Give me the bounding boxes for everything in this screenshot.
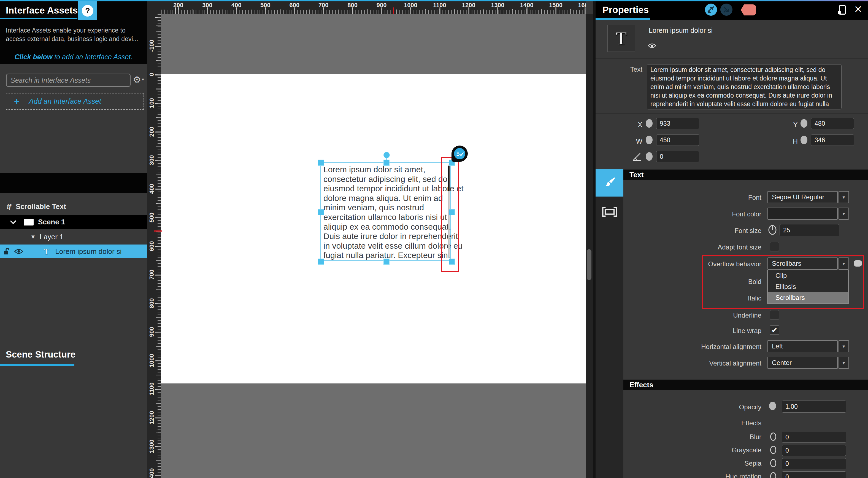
help-button[interactable]: ? (78, 1, 97, 20)
top-accent-line (0, 0, 868, 1)
opacity-input[interactable] (782, 400, 846, 413)
selected-text-element[interactable]: Lorem ipsum dolor sit amet,consectetur a… (320, 162, 451, 261)
ruler-label: 700 (318, 2, 329, 9)
h-binding-dot[interactable] (801, 136, 807, 144)
angle-input[interactable] (656, 151, 699, 162)
add-interface-asset-button[interactable]: + Add an Interface Asset (6, 93, 144, 110)
effect-binding-ring[interactable] (770, 459, 776, 467)
angle-binding-dot[interactable] (646, 152, 653, 161)
x-input[interactable] (656, 118, 699, 129)
ruler-label: 500 (260, 2, 271, 9)
triggers-disabled-icon[interactable] (720, 3, 733, 16)
tag-icon[interactable] (740, 4, 757, 16)
effect-value-input[interactable] (782, 432, 846, 443)
resize-handle-bottom-left[interactable] (318, 259, 324, 265)
effect-value-input[interactable] (782, 458, 846, 469)
font-dropdown-arrow[interactable]: ▼ (839, 191, 849, 203)
content-edit-badge[interactable] (452, 146, 468, 162)
tab-appearance-active[interactable] (595, 169, 623, 197)
horizontal-alignment-dropdown[interactable]: Left (768, 340, 838, 352)
effect-row: Hue rotation (595, 471, 868, 478)
gear-icon[interactable]: ⚙▼ (133, 75, 145, 84)
effect-label: Hue rotation (595, 473, 762, 478)
vertical-alignment-dropdown[interactable]: Center (768, 357, 838, 369)
ruler-label: 200 (173, 2, 183, 9)
text-field-input[interactable]: Lorem ipsum dolor sit amet, consectetur … (647, 64, 842, 110)
effect-binding-ring[interactable] (770, 446, 776, 454)
text-line: eiusmod tempor incididunt ut labore et (323, 184, 450, 193)
line-wrap-label: Line wrap (595, 327, 762, 335)
ruler-label: 600 (148, 241, 155, 251)
search-input[interactable] (6, 73, 131, 87)
effect-binding-ring[interactable] (770, 472, 776, 478)
chevron-down-icon[interactable] (10, 218, 17, 224)
layer-label: Layer 1 (40, 233, 64, 241)
resize-handle-bottom-center[interactable] (383, 259, 390, 265)
ruler-label: 1100 (148, 382, 155, 395)
ruler-label: 1300 (491, 2, 504, 9)
visibility-eye-icon[interactable] (648, 43, 656, 49)
adapt-font-size-label: Adapt font size (595, 243, 762, 251)
ruler-label: 1100 (433, 2, 446, 9)
effect-value-input[interactable] (782, 471, 846, 478)
ruler-label: 400 (148, 184, 155, 194)
resize-handle-top-left[interactable] (318, 159, 324, 166)
opacity-label: Opacity (595, 403, 762, 411)
ruler-label: 900 (377, 2, 387, 9)
ruler-cursor-marker-v (154, 231, 162, 232)
x-binding-dot[interactable] (646, 119, 653, 128)
text-line: aliquip ex ea commodo consequat. (323, 222, 450, 232)
ruler-label: 300 (148, 155, 155, 166)
h-input[interactable] (811, 134, 854, 146)
opacity-binding-dot[interactable] (769, 401, 776, 410)
scene-icon (24, 219, 34, 226)
triangle-down-icon[interactable]: ▼ (30, 234, 36, 240)
tree-item-scene[interactable]: Scene 1 (0, 215, 147, 229)
triggers-icon[interactable] (705, 3, 717, 16)
tree-item-experience[interactable]: if Scrollable Text (0, 200, 147, 213)
font-color-dropdown-arrow[interactable]: ▼ (839, 208, 849, 220)
ruler-label: 100 (148, 98, 155, 108)
panel-divider (593, 0, 595, 478)
eye-icon[interactable] (14, 249, 23, 254)
list-check-icon (454, 148, 465, 159)
effect-value-input[interactable] (782, 445, 846, 456)
font-dropdown[interactable]: Segoe UI Regular (768, 191, 838, 203)
vertical-alignment-arrow[interactable]: ▼ (839, 357, 849, 369)
ruler-label: 900 (148, 327, 155, 337)
y-binding-dot[interactable] (801, 119, 807, 128)
rotation-handle[interactable] (383, 152, 390, 158)
canvas-scrollbar-thumb[interactable] (587, 249, 591, 280)
font-color-label: Font color (595, 210, 762, 218)
interface-assets-title: Interface Assets (6, 5, 78, 16)
font-color-swatch[interactable] (768, 208, 838, 220)
close-icon[interactable]: ✕ (854, 4, 862, 15)
w-binding-dot[interactable] (646, 136, 653, 144)
angle-icon (632, 152, 642, 161)
font-size-dial-icon[interactable] (768, 225, 777, 235)
effects-section-header: Effects (623, 380, 868, 390)
tree-item-layer[interactable]: ▼ Layer 1 (0, 230, 147, 244)
effect-binding-ring[interactable] (770, 432, 776, 441)
resize-handle-middle-left[interactable] (318, 209, 324, 215)
text-section-header: Text (623, 170, 868, 180)
ruler-label: 1400 (520, 2, 534, 9)
ruler-label: 300 (202, 2, 212, 9)
effect-row: Sepia (595, 458, 868, 469)
resize-handle-top-center[interactable] (383, 159, 390, 166)
line-wrap-checkbox[interactable]: ✔ (770, 325, 779, 335)
unlock-icon[interactable] (3, 247, 10, 255)
w-input[interactable] (656, 134, 699, 146)
tree-item-text-selected[interactable]: T Lorem ipsum dolor si (0, 244, 147, 258)
horizontal-alignment-arrow[interactable]: ▼ (839, 340, 849, 352)
adapt-font-size-checkbox[interactable] (770, 242, 779, 251)
ruler-label: 1400 (148, 468, 155, 478)
undock-panel-icon[interactable] (837, 4, 847, 16)
underline-checkbox[interactable] (770, 310, 779, 320)
font-size-label: Font size (595, 227, 762, 235)
canvas-scrollbar[interactable] (586, 14, 593, 478)
left-panel: Interface Assets ? Interface Assets enab… (0, 0, 147, 478)
font-size-input[interactable] (780, 224, 839, 236)
y-input[interactable] (811, 118, 854, 129)
text-property-row: Text Lorem ipsum dolor sit amet, consect… (595, 59, 868, 114)
